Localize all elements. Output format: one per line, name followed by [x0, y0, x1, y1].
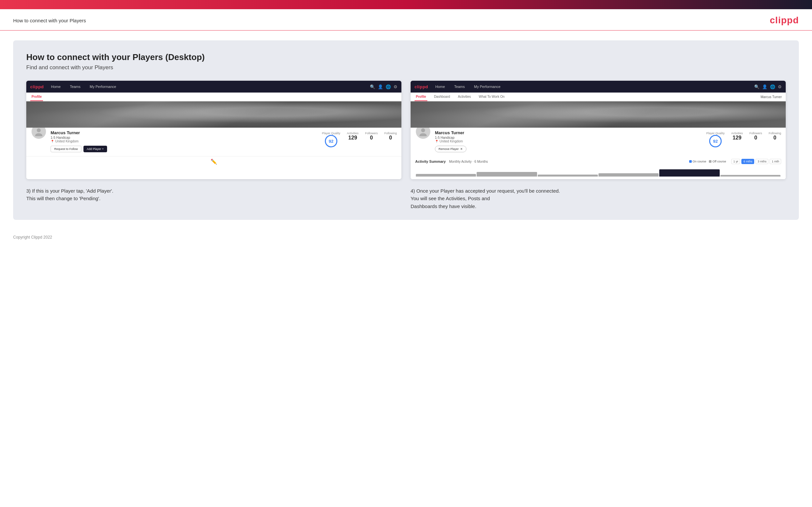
right-tabs: Profile Dashboard Activities What To Wor… — [411, 93, 786, 101]
add-player-button[interactable]: Add Player + — [84, 146, 107, 152]
tab-what-to-work-on[interactable]: What To Work On — [477, 93, 506, 101]
on-course-dot — [689, 160, 692, 163]
right-nav-icons: 🔍 👤 🌐 ⚙ — [754, 84, 782, 89]
right-settings-icon[interactable]: ⚙ — [778, 84, 782, 89]
chart-bar-1 — [416, 174, 476, 177]
right-player-name: Marcus Turner — [435, 130, 702, 135]
off-course-dot — [709, 160, 711, 163]
right-stat-activities: Activities 129 — [731, 131, 743, 141]
left-handicap: 1-5 Handicap — [51, 136, 318, 139]
right-nav-teams[interactable]: Teams — [452, 84, 467, 89]
main-title: How to connect with your Players (Deskto… — [26, 52, 786, 62]
settings-icon[interactable]: ⚙ — [394, 84, 398, 89]
tab-dashboard[interactable]: Dashboard — [433, 93, 451, 101]
chart-bar-3 — [538, 175, 598, 177]
left-following-label: Following — [384, 131, 397, 135]
right-profile-text: Marcus Turner 1-5 Handicap 📍 United King… — [435, 130, 702, 152]
right-location: 📍 United Kingdom — [435, 139, 702, 143]
left-quality-circle: 92 — [325, 135, 337, 147]
svg-point-0 — [37, 128, 41, 132]
right-stat-following: Following 0 — [769, 131, 781, 141]
left-nav-myperformance[interactable]: My Performance — [88, 84, 118, 89]
page-header: How to connect with your Players clippd — [0, 9, 812, 31]
svg-point-3 — [419, 133, 427, 136]
left-profile-text: Marcus Turner 1-5 Handicap 📍 United King… — [51, 130, 318, 152]
left-nav-home[interactable]: Home — [49, 84, 62, 89]
main-content: How to connect with your Players (Deskto… — [13, 40, 799, 220]
chart-bar-4 — [599, 173, 659, 177]
right-user-dropdown[interactable]: Marcus Turner — [761, 95, 782, 99]
request-follow-button[interactable]: Request to Follow — [51, 146, 82, 152]
left-quality-label: Player Quality — [322, 131, 340, 135]
user-icon[interactable]: 👤 — [378, 84, 383, 89]
time-btn-6mths[interactable]: 6 mths — [742, 159, 754, 164]
top-bar — [0, 0, 812, 9]
right-search-icon[interactable]: 🔍 — [754, 84, 759, 89]
right-app-nav: clippd Home Teams My Performance 🔍 👤 🌐 ⚙ — [411, 81, 786, 93]
search-icon[interactable]: 🔍 — [370, 84, 375, 89]
legend-off-course: Off course — [709, 160, 726, 163]
location-icon: 📍 — [51, 140, 54, 143]
time-btn-1mth[interactable]: 1 mth — [770, 159, 781, 164]
descriptions-row: 3) If this is your Player tap, 'Add Play… — [26, 187, 786, 210]
right-followers-label: Followers — [749, 131, 762, 135]
header-logo: clippd — [770, 15, 799, 25]
right-stat-quality: Player Quality 92 — [706, 131, 725, 148]
time-buttons: 1 yr 6 mths 3 mths 1 mth — [731, 159, 781, 164]
left-following-value: 0 — [384, 135, 397, 141]
right-stat-followers: Followers 0 — [749, 131, 762, 141]
activity-summary: Activity Summary Monthly Activity · 6 Mo… — [411, 156, 786, 179]
activity-title: Activity Summary — [415, 160, 446, 163]
right-nav-logo: clippd — [414, 84, 428, 89]
right-profile-stats: Player Quality 92 Activities 129 Followe… — [706, 131, 781, 148]
left-profile-banner — [26, 101, 401, 128]
right-following-value: 0 — [769, 135, 781, 141]
left-screenshot-bottom: ✏️ — [26, 156, 401, 167]
tab-profile-left[interactable]: Profile — [30, 93, 43, 101]
left-activities-value: 129 — [347, 135, 359, 141]
tab-profile-right[interactable]: Profile — [414, 93, 427, 101]
right-quality-circle: 92 — [709, 135, 722, 147]
time-btn-3mths[interactable]: 3 mths — [756, 159, 768, 164]
left-activities-label: Activities — [347, 131, 359, 135]
right-nav-home[interactable]: Home — [433, 84, 447, 89]
screenshots-row: clippd Home Teams My Performance 🔍 👤 🌐 ⚙… — [26, 81, 786, 179]
activity-header: Activity Summary Monthly Activity · 6 Mo… — [415, 159, 781, 164]
right-profile-info: Marcus Turner 1-5 Handicap 📍 United King… — [411, 128, 786, 156]
chart-bar-6 — [720, 175, 780, 177]
caption-right: 4) Once your Player has accepted your re… — [411, 187, 786, 210]
right-nav-myperformance[interactable]: My Performance — [472, 84, 503, 89]
left-player-name: Marcus Turner — [51, 130, 318, 135]
screenshot-right: clippd Home Teams My Performance 🔍 👤 🌐 ⚙… — [411, 81, 786, 179]
legend-on-course: On course — [689, 160, 707, 163]
activity-legend: On course Off course 1 yr 6 mths 3 mths … — [689, 159, 781, 164]
left-nav-logo: clippd — [30, 84, 44, 89]
time-btn-1yr[interactable]: 1 yr — [731, 159, 740, 164]
right-user-icon[interactable]: 👤 — [762, 84, 767, 89]
caption-left-text: 3) If this is your Player tap, 'Add Play… — [26, 188, 113, 201]
copyright-text: Copyright Clippd 2022 — [13, 235, 52, 239]
chart-bar-2 — [476, 172, 537, 177]
left-location: 📍 United Kingdom — [51, 139, 318, 143]
svg-point-1 — [35, 133, 42, 136]
right-globe-icon[interactable]: 🌐 — [770, 84, 775, 89]
right-quality-label: Player Quality — [706, 131, 725, 135]
left-stat-followers: Followers 0 — [365, 131, 378, 141]
right-profile-buttons: Remove Player ✕ — [435, 146, 702, 152]
left-stat-quality: Player Quality 92 — [322, 131, 340, 148]
right-activities-label: Activities — [731, 131, 743, 135]
remove-player-button[interactable]: Remove Player ✕ — [435, 146, 466, 152]
left-nav-icons: 🔍 👤 🌐 ⚙ — [370, 84, 398, 89]
left-nav-teams[interactable]: Teams — [68, 84, 83, 89]
left-stat-activities: Activities 129 — [347, 131, 359, 141]
activity-chart — [415, 167, 781, 177]
left-app-nav: clippd Home Teams My Performance 🔍 👤 🌐 ⚙ — [26, 81, 401, 93]
caption-left: 3) If this is your Player tap, 'Add Play… — [26, 187, 401, 210]
chart-bar-5 — [659, 169, 719, 177]
screenshot-left: clippd Home Teams My Performance 🔍 👤 🌐 ⚙… — [26, 81, 401, 179]
globe-icon[interactable]: 🌐 — [386, 84, 391, 89]
left-tabs: Profile — [26, 93, 401, 101]
tab-activities[interactable]: Activities — [457, 93, 472, 101]
left-profile-buttons: Request to Follow Add Player + — [51, 146, 318, 152]
caption-right-text: 4) Once your Player has accepted your re… — [411, 188, 560, 209]
